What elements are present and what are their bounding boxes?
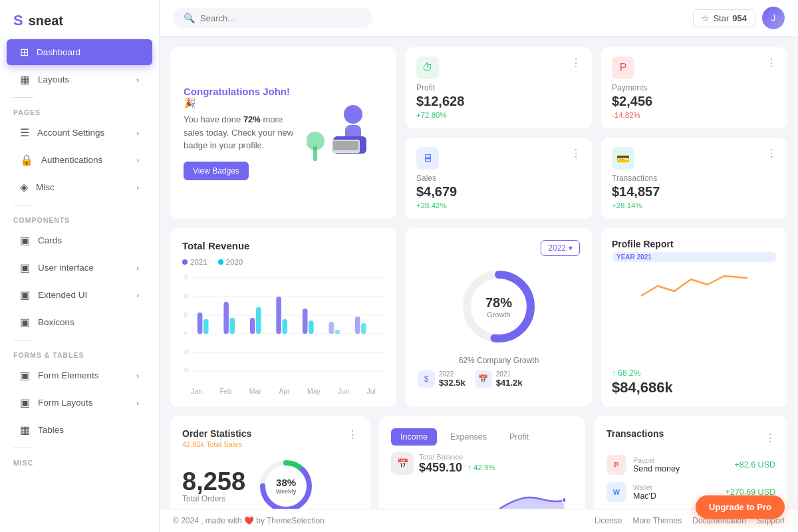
view-badges-button[interactable]: View Badges	[184, 162, 249, 180]
svg-rect-21	[223, 302, 229, 334]
transactions-title: Transactions	[606, 428, 664, 439]
row-3: Order Statistics 42.82k Total Sales ⋮ 8,…	[170, 416, 787, 509]
order-dots[interactable]: ⋮	[347, 428, 358, 441]
forms-section-label: FORMS & TABLES	[0, 342, 159, 362]
avatar-initials: J	[771, 13, 776, 23]
footer-link-license[interactable]: License	[595, 516, 622, 525]
star-button[interactable]: ☆ Star 954	[693, 9, 755, 27]
profit-dots[interactable]: ⋮	[571, 57, 581, 69]
svg-rect-28	[309, 321, 314, 334]
sidebar-item-tables[interactable]: ▦ Tables	[7, 417, 152, 443]
year-selector[interactable]: 2022 ▾	[541, 240, 580, 256]
profit-label: Profit	[416, 83, 581, 92]
search-input[interactable]	[200, 13, 333, 23]
sidebar-item-dashboard[interactable]: ⊞ Dashboard	[7, 39, 152, 65]
tx-dots[interactable]: ⋮	[765, 432, 775, 444]
svg-rect-24	[256, 307, 261, 334]
tab-income[interactable]: Income	[391, 428, 437, 446]
year-chevron-icon: ▾	[569, 243, 573, 253]
sales-dots[interactable]: ⋮	[571, 147, 581, 160]
tx-stat-label: Transactions	[612, 174, 777, 183]
sidebar-label-dashboard: Dashboard	[37, 47, 80, 57]
congrats-body: You have done 72% more sales today. Chec…	[184, 113, 303, 152]
svg-rect-27	[303, 309, 308, 334]
paypal-label: Paypal	[633, 456, 680, 464]
sidebar-item-extended-ui[interactable]: ▣ Extended UI ›	[7, 282, 152, 308]
sales-change: +28.42%	[416, 201, 581, 209]
company-growth-label: 62% Company Growth	[459, 356, 539, 365]
upgrade-button[interactable]: Upgrade to Pro	[696, 495, 785, 519]
sidebar-item-user-interface[interactable]: ▣ User interface ›	[7, 255, 152, 281]
sidebar-label-form-elements: Form Elements	[38, 370, 99, 380]
sidebar-item-account-settings[interactable]: ☰ Account Settings ›	[7, 120, 152, 146]
sidebar-item-form-layouts[interactable]: ▣ Form Layouts ›	[7, 390, 152, 416]
chevron-extended-icon: ›	[136, 291, 139, 299]
growth-stat-2021: 📅 2021 $41.2k	[475, 370, 523, 388]
svg-text:30: 30	[184, 274, 189, 281]
footer-link-themes[interactable]: More Themes	[632, 516, 682, 525]
chevron-icon: ›	[136, 76, 139, 84]
star-icon: ☆	[702, 13, 710, 23]
income-chart	[391, 481, 573, 509]
search-box[interactable]: 🔍	[173, 8, 372, 28]
order-count-block: 8,258 Total Orders	[182, 469, 245, 503]
profile-change: ↑ 68.2%	[612, 368, 777, 378]
header-right: ☆ Star 954 J	[693, 7, 785, 29]
sidebar-item-boxicons[interactable]: ▣ Boxicons	[7, 309, 152, 335]
sidebar-label-form-layouts: Form Layouts	[38, 398, 93, 408]
growth-card: 2022 ▾ 78% Growth 62% Company Growt	[406, 228, 592, 407]
transactions-dots[interactable]: ⋮	[766, 147, 777, 160]
tab-profit[interactable]: Profit	[500, 428, 538, 446]
tx-stat-change: +28.14%	[612, 201, 777, 209]
order-total-label: Total Orders	[182, 494, 245, 503]
stat-card-payments: P ⋮ Payments $2,456 -14.82%	[601, 47, 787, 128]
extended-icon: ▣	[20, 289, 30, 301]
payments-label: Payments	[612, 83, 777, 92]
footer-copyright: © 2024 , made with ❤️ by ThemeSelection	[173, 516, 325, 525]
logo-text: sneat	[29, 13, 63, 29]
divider-pages	[13, 97, 33, 98]
congrats-title: Congratulations John! 🎉	[184, 86, 303, 109]
income-balance: 📅 Total Balance $459.10 ↑ 42.9%	[391, 452, 573, 475]
payments-dots[interactable]: ⋮	[766, 57, 777, 69]
svg-rect-29	[329, 322, 334, 334]
growth-stats: $ 2022 $32.5k 📅 2021 $41.2k	[418, 370, 580, 388]
tab-expenses[interactable]: Expenses	[441, 428, 496, 446]
revenue-bar-chart: 30 20 10 0 -10 -20	[182, 271, 384, 384]
order-title: Order Statistics	[182, 428, 251, 439]
form-elements-icon: ▣	[20, 369, 30, 382]
profile-report-title: Profile Report	[612, 239, 777, 249]
profit-change: +72.80%	[416, 111, 581, 119]
sidebar-item-misc[interactable]: ◈ Misc ›	[7, 174, 152, 200]
stat-card-transactions: 💳 ⋮ Transactions $14,857 +28.14%	[601, 138, 787, 219]
pages-section-label: PAGES	[0, 99, 159, 119]
header: 🔍 ☆ Star 954 J	[160, 0, 798, 37]
paypal-info: Paypal Send money	[633, 456, 680, 473]
income-svg	[391, 481, 573, 509]
sidebar-label-layouts: Layouts	[38, 74, 69, 84]
payments-value: $2,456	[612, 94, 777, 109]
svg-point-6	[307, 132, 325, 150]
stats-column: ⏱ ⋮ Profit $12,628 +72.80% 🖥 ⋮ Sales $4,…	[406, 47, 592, 219]
balance-value: $459.10	[419, 461, 462, 475]
profile-line-chart	[612, 266, 777, 306]
svg-point-0	[344, 105, 362, 124]
sidebar-item-form-elements[interactable]: ▣ Form Elements ›	[7, 362, 152, 388]
chevron-misc-icon: ›	[136, 184, 139, 192]
avatar[interactable]: J	[762, 7, 785, 29]
wallet-name: Mac'D	[633, 491, 656, 501]
stat-2021-value: $41.2k	[496, 378, 523, 388]
wallet-info: Wallet Mac'D	[633, 483, 656, 501]
sidebar-item-authentications[interactable]: 🔒 Authentications ›	[7, 147, 152, 173]
sidebar-label-extended: Extended UI	[38, 290, 87, 300]
congrats-body-prefix: You have done	[184, 114, 243, 124]
chevron-account-icon: ›	[136, 129, 139, 137]
order-donut-center: 38% Weekly	[276, 477, 297, 495]
sidebar-item-cards[interactable]: ▣ Cards	[7, 227, 152, 253]
svg-text:-10: -10	[182, 348, 189, 355]
sidebar: S sneat ⊞ Dashboard ▦ Layouts › PAGES ☰ …	[0, 0, 160, 532]
tables-icon: ▦	[20, 424, 30, 436]
sidebar-item-layouts[interactable]: ▦ Layouts ›	[7, 66, 152, 92]
svg-text:20: 20	[184, 293, 189, 299]
order-main: 8,258 Total Orders 38% Weekly	[182, 456, 358, 509]
